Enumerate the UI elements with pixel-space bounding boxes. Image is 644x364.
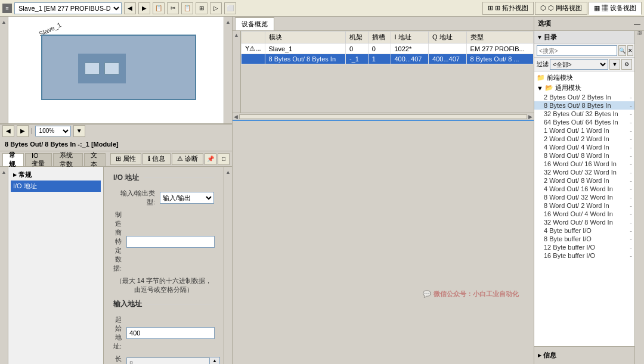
tab-general[interactable]: 常规 <box>2 153 24 166</box>
list-item[interactable]: 2 Word Out/ 8 Word In - <box>534 176 634 185</box>
list-item[interactable]: 64 Bytes Out/ 64 Bytes In - <box>534 118 634 126</box>
zoom-select[interactable]: 100% <box>35 126 71 136</box>
list-item[interactable]: 4 Word Out/ 4 Word In - <box>534 143 634 151</box>
attr-btn[interactable]: ⊞ 属性 <box>110 153 141 165</box>
list-item[interactable]: 12 Byte buffer I/O - <box>534 243 634 251</box>
tab-text[interactable]: 文本 <box>84 153 106 166</box>
list-item[interactable]: 32 Word Out/ 32 Word In - <box>534 168 634 176</box>
nav-forward[interactable]: ▶ <box>17 125 29 137</box>
menu-icon[interactable]: ≡ <box>2 4 12 13</box>
col-type: 类型 <box>466 32 533 43</box>
toolbar-btn-5[interactable]: 📋 <box>181 2 193 14</box>
list-item[interactable]: 8 Word Out/ 8 Word In - <box>534 151 634 160</box>
table-row[interactable]: Y⚠... Slave_1 0 0 1022* EM 277 PROFIB... <box>242 43 534 54</box>
col-rack: 机架 <box>345 32 368 43</box>
info-btn[interactable]: ℹ 信息 <box>143 153 171 165</box>
filter-btn[interactable]: ▼ <box>609 59 620 70</box>
list-item[interactable]: 32 Bytes Out/ 32 Bytes In - <box>534 110 634 118</box>
col-q-addr: Q 地址 <box>429 32 467 43</box>
list-item[interactable]: 2 Bytes Out/ 2 Bytes In - <box>534 93 634 101</box>
list-item[interactable]: 2 Word Out/ 2 Word In - <box>534 135 634 143</box>
overview-scroll-up[interactable]: ▲ <box>234 32 239 38</box>
right-minimize[interactable]: — <box>634 20 640 27</box>
item-dash-6: - <box>630 144 632 151</box>
right-panel: 选项 — ▼ 目录 🔍 ✕ 过滤 <box>534 17 644 364</box>
search-btn[interactable]: 🔍 <box>618 45 626 56</box>
prop-expand-btn[interactable]: □ <box>218 153 230 165</box>
list-item[interactable]: 8 Bytes Out/ 8 Bytes In - <box>534 101 634 110</box>
spinner-up[interactable]: ▲ <box>210 357 219 363</box>
right-tab-2[interactable]: 库 <box>635 38 644 42</box>
overview-tab-btn[interactable]: 设备概览 <box>235 17 274 30</box>
table-row-selected[interactable]: 8 Bytes Out/ 8 Bytes In -_1 1 400...407 … <box>242 54 534 64</box>
overview-inner: ▲ 模块 机架 插槽 I 地址 Q 地址 <box>233 31 534 113</box>
list-item[interactable]: 8 Word Out/ 2 Word In - <box>534 201 634 210</box>
item-dash-15: - <box>630 219 632 226</box>
device-view-btn[interactable]: ▦ ▦ 设备视图 <box>589 2 642 15</box>
col-slot: 插槽 <box>368 32 391 43</box>
catalog-folder-general[interactable]: ▼ 📂 通用模块 <box>534 83 634 93</box>
filter-icon-btn[interactable]: ⚙ <box>621 59 632 70</box>
start-addr-input[interactable] <box>126 327 215 339</box>
device-dropdown[interactable]: Slave_1 [EM 277 PROFIBUS-D▼ <box>14 2 122 14</box>
list-item[interactable]: 32 Word Out/ 8 Word In - <box>534 218 634 226</box>
list-item[interactable]: 16 Byte buffer I/O - <box>534 251 634 260</box>
form-area: I/O 地址 输入/输出类型: 输入/输出 制造商特定数据: （最大 14 字节… <box>104 167 224 364</box>
list-item[interactable]: 1 Word Out/ 1 Word In - <box>534 126 634 135</box>
list-item[interactable]: 4 Byte buffer I/O - <box>534 226 634 235</box>
toolbar-btn-7[interactable]: ▷ <box>210 2 222 14</box>
folder-label-front: 前端模块 <box>547 73 573 82</box>
overview-table-container: ▲ 模块 机架 插槽 I 地址 Q 地址 <box>233 31 534 120</box>
right-tab-1[interactable]: 任务 <box>635 32 644 37</box>
search-clear-btn[interactable]: ✕ <box>627 45 633 56</box>
toolbar-expand[interactable]: ⬜ <box>224 2 236 14</box>
tree-item-general[interactable]: ▸ 常规 <box>11 169 101 181</box>
hscroll-left[interactable]: ◀ <box>234 114 238 120</box>
filter-select[interactable]: <全部> <box>550 59 608 70</box>
toolbar-btn-1[interactable]: ◀ <box>124 2 136 14</box>
prop-scroll-up[interactable]: ▲ <box>1 168 7 176</box>
prop-pin-btn[interactable]: 📌 <box>205 153 216 165</box>
catalog-folder-front[interactable]: 📁 前端模块 <box>534 73 634 83</box>
tree-item-io-address[interactable]: I/O 地址 <box>11 181 101 192</box>
hscroll-right[interactable]: ▶ <box>528 114 532 120</box>
catalog-search[interactable] <box>537 45 617 56</box>
row2-module: 8 Bytes Out/ 8 Bytes In <box>265 54 345 64</box>
zoom-dropdown-btn[interactable]: ▼ <box>73 125 85 137</box>
prop-scroll-right[interactable]: ▲ <box>225 168 231 176</box>
list-item[interactable]: 8 Byte buffer I/O - <box>534 235 634 243</box>
toolbar-btn-2[interactable]: ▶ <box>138 2 150 14</box>
row1-slot: 0 <box>368 43 391 54</box>
network-view-btn[interactable]: ⬡ ⬡ 网络视图 <box>535 2 587 15</box>
toolbar-btn-6[interactable]: ⊞ <box>196 2 208 14</box>
mfr-data-input[interactable] <box>126 236 215 248</box>
tab-io-vars[interactable]: IO 变量 <box>25 153 52 166</box>
list-item[interactable]: 16 Word Out/ 4 Word In - <box>534 210 634 218</box>
hscroll-thumb[interactable] <box>239 114 527 119</box>
item-name-16: 4 Byte buffer I/O <box>544 227 592 234</box>
item-dash-5: - <box>630 135 632 142</box>
catalog-header: ▼ 目录 <box>534 31 634 44</box>
top-toolbar: ≡ Slave_1 [EM 277 PROFIBUS-D▼ ◀ ▶ 📋 ✂ 📋 … <box>0 0 644 17</box>
toolbar-btn-4[interactable]: ✂ <box>167 2 179 14</box>
filter-label: 过滤 <box>537 60 549 69</box>
scroll-up-arrow[interactable]: ▲ <box>1 18 7 26</box>
row2-type: 8 Bytes Out/ 8 ... <box>466 54 533 64</box>
tab-sys-const[interactable]: 系统常数 <box>53 153 83 166</box>
device-diagram: ▲ ▲ Slave_1 <box>0 17 232 124</box>
list-item[interactable]: 8 Word Out/ 32 Word In - <box>534 193 634 201</box>
topology-view-btn[interactable]: ⊞ ⊞ 拓扑视图 <box>482 2 534 15</box>
list-item[interactable]: 16 Word Out/ 16 Word In - <box>534 160 634 168</box>
list-item[interactable]: 4 Word Out/ 16 Word In - <box>534 185 634 193</box>
item-name-14: 16 Word Out/ 4 Word In <box>544 210 613 217</box>
right-header-label: 选项 <box>538 19 551 28</box>
scroll-right-arrow[interactable]: ▲ <box>225 18 231 26</box>
catalog-expand-icon[interactable]: ▼ <box>537 34 543 41</box>
length-row: 长度: ▲ ▼ <box>113 354 214 364</box>
nav-back[interactable]: ◀ <box>2 125 14 137</box>
diag-btn[interactable]: ⚠ 诊断 <box>172 153 203 165</box>
input-type-select[interactable]: 输入/输出 <box>160 192 214 204</box>
item-name-7: 8 Word Out/ 8 Word In <box>544 152 609 159</box>
toolbar-btn-3[interactable]: 📋 <box>153 2 165 14</box>
overview-table: 模块 机架 插槽 I 地址 Q 地址 类型 Y⚠... <box>241 31 534 64</box>
